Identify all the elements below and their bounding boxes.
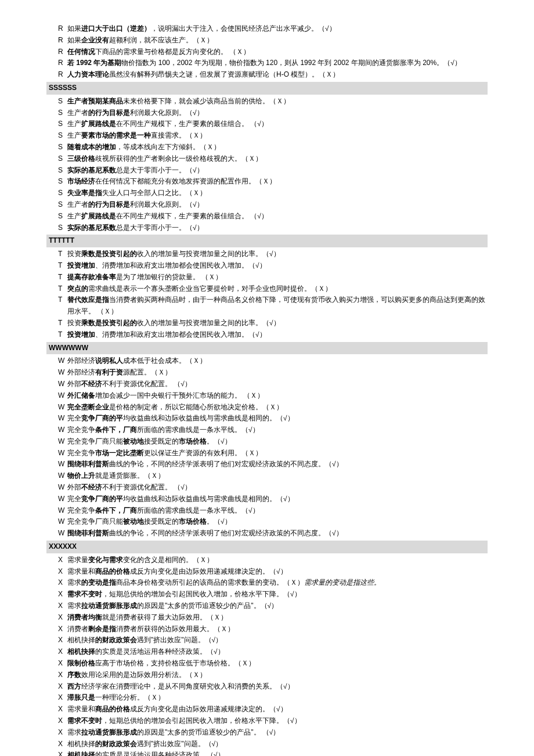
item-prefix: S [58, 153, 67, 165]
item-prefix: X [58, 669, 67, 681]
section-header: SSSSSS [46, 82, 488, 95]
list-item: W外部经济说明私人成本低于社会成本。（Ｘ） [46, 355, 488, 367]
list-item: X需求拉动通货膨胀形成的原因是"太多的货币追逐较少的产品"。（√） [46, 600, 488, 612]
item-prefix: S [58, 165, 67, 177]
list-item: W完全垄断企业是价格的制定者，所以它能随心所欲地决定价格。（Ｘ） [46, 402, 488, 413]
item-text: 市场经济在任何情况下都能充分有效地发挥资源的配置作用。（Ｘ） [67, 177, 276, 185]
item-text: 任何情况下商品的需求量与价格都是反方向变化的。 （Ｘ） [67, 48, 250, 56]
item-prefix: W [58, 528, 67, 539]
item-prefix: S [58, 107, 67, 119]
item-text: 需求不变时，短期总供给的增加会引起国民收入增加，价格水平下降。（√） [67, 717, 301, 725]
item-text: 序数效用论采用的是边际效用分析法。（Ｘ） [67, 671, 207, 679]
item-prefix: S [58, 118, 67, 130]
item-text: 投资增加、消费增加和政府支出增加都会使国民收入增加。（√） [67, 330, 266, 339]
item-text: 外汇储备增加会减少一国中央银行干预外汇市场的能力。 （Ｘ） [67, 391, 264, 399]
list-item: X需求的变动是指商品本身价格变动所引起的该商品的需求数量的变动。（Ｘ）需求量的变… [46, 577, 488, 589]
item-prefix: W [58, 379, 67, 390]
item-text: 生产者预期某商品未来价格要下降，就会减少该商品当前的供给。（Ｘ） [67, 97, 290, 105]
item-text: 随着成本的增加，等成本线向左下方倾斜。（Ｘ） [67, 143, 221, 151]
item-text: 突点的需求曲线是表示一个寡头垄断企业当它要提价时，对手企业也同时提价。（Ｘ） [67, 285, 332, 293]
document-content: R如果进口大于出口（逆差），说明漏出大于注入，会使国民经济总产出水平减少。（√）… [46, 23, 488, 756]
item-prefix: T [58, 272, 67, 283]
item-prefix: X [58, 727, 67, 739]
item-text: 相机抉择的财政政策会遇到"挤出效应"问题。（√） [67, 636, 222, 644]
item-text: 物价上升就是通货膨胀。（Ｘ） [67, 471, 165, 480]
item-prefix: W [58, 413, 67, 424]
item-prefix: S [58, 211, 67, 222]
item-text: 需求量变化与需求变化的含义是相同的。（Ｘ） [67, 556, 214, 564]
item-text: 需求拉动通货膨胀形成的原因是"太多的货币追逐较少的产品"。 （√） [67, 728, 280, 736]
item-prefix: W [58, 402, 67, 413]
item-prefix: W [58, 516, 67, 528]
item-text: 投资乘数是投资引起的收入的增加量与投资增加量之间的比率。（√） [67, 319, 280, 327]
item-prefix: T [58, 329, 67, 341]
item-text: 若 1992 年为基期物价指数为 100，2002 年为现期，物价指数为 120… [67, 59, 461, 67]
item-prefix: R [58, 57, 67, 69]
list-item: X需求拉动通货膨胀形成的原因是"太多的货币追逐较少的产品"。 （√） [46, 727, 488, 739]
item-prefix: S [58, 222, 67, 234]
list-item: X滞胀只是一种理论分析。（Ｘ） [46, 692, 488, 704]
item-text: 相机抉择的实质是灵活地运用各种经济政策。（√） [67, 751, 225, 756]
item-prefix: S [58, 142, 67, 153]
item-text: 需求拉动通货膨胀形成的原因是"太多的货币追逐较少的产品"。（√） [67, 602, 278, 610]
list-item: X相机抉择的实质是灵活地运用各种经济政策。（√） [46, 750, 488, 756]
item-text: 相机抉择的财政政策会遇到"挤出效应"问题。（√） [67, 740, 222, 748]
list-item: W外部经济有利于资源配置。（Ｘ） [46, 367, 488, 379]
item-text: 需求的变动是指商品本身价格变动所引起的该商品的需求数量的变动。（Ｘ）需求量的变动… [67, 578, 381, 586]
item-prefix: X [58, 646, 67, 658]
list-item: S生产者预期某商品未来价格要下降，就会减少该商品当前的供给。（Ｘ） [46, 96, 488, 107]
item-prefix: X [58, 704, 67, 715]
item-prefix: W [58, 505, 67, 517]
list-item: T投资增加、消费增加和政府支出增加都会使国民收入增加。（√） [46, 329, 488, 341]
section-header: TTTTTT [46, 235, 488, 247]
item-prefix: R [58, 23, 67, 35]
list-item: X需求不变时，短期总供给的增加会引起国民收入增加，价格水平下降。（√） [46, 715, 488, 727]
item-prefix: W [58, 390, 67, 402]
list-item: X限制价格应高于市场价格，支持价格应低于市场价格。（Ｘ） [46, 658, 488, 669]
list-item: T提高存款准备率是为了增加银行的贷款量。 （Ｘ） [46, 272, 488, 283]
list-item: W完全竞争市场一定比垄断更以保证生产资源的有效利用。（Ｘ） [46, 448, 488, 459]
item-text: 替代效应是指当消费者购买两种商品时，由于一种商品名义价格下降，可使现有货币收入购… [67, 296, 485, 315]
item-text: 完全竞争市场一定比垄断更以保证生产资源的有效利用。（Ｘ） [67, 449, 262, 457]
item-prefix: X [58, 658, 67, 669]
list-item: X相机抉择的财政政策会遇到"挤出效应"问题。（√） [46, 739, 488, 750]
item-prefix: W [58, 494, 67, 505]
item-prefix: W [58, 459, 67, 470]
section-header: WWWWWW [46, 342, 488, 355]
item-text: 需求不变时，短期总供给的增加会引起国民收入增加，价格水平下降。（√） [67, 590, 301, 598]
item-text: 投资增加、消费增加和政府支出增加都会使国民收入增加。（√） [67, 261, 266, 269]
list-item: S生产者的行为目标是利润最大化原则。（√） [46, 199, 488, 211]
item-prefix: X [58, 589, 67, 600]
item-prefix: X [58, 624, 67, 635]
list-item: S三级价格歧视所获得的生产者剩余比一级价格歧视的大。（Ｘ） [46, 153, 488, 165]
item-text: 生产者的行为目标是利润最大化原则。（√） [67, 109, 204, 117]
item-prefix: X [58, 692, 67, 704]
list-item: R人力资本理论虽然没有解释列昂惕夫之谜，但发展了资源禀赋理论（H-O 模型）。（… [46, 69, 488, 81]
list-item: W完全竞争厂商的平均收益曲线和边际收益曲线与需求曲线是相同的。（√） [46, 413, 488, 424]
item-text: 外部不经济不利于资源优化配置。 （√） [67, 483, 192, 491]
item-prefix: X [58, 750, 67, 756]
list-item: W完全竞争厂商的平均收益曲线和边际收益曲线与需求曲线是相同的。（√） [46, 494, 488, 505]
item-text: 生产扩展路线是在不同生产规模下，生产要素的最佳组合。 （√） [67, 120, 268, 128]
item-text: 失业率是指失业人口与全部人口之比。（Ｘ） [67, 189, 207, 197]
list-item: S随着成本的增加，等成本线向左下方倾斜。（Ｘ） [46, 142, 488, 153]
item-text: 生产者的行为目标是利润最大化原则。（√） [67, 200, 204, 208]
list-item: W外部不经济不利于资源优化配置。 （√） [46, 482, 488, 494]
list-item: R如果企业没有超额利润，就不应该生产。（Ｘ） [46, 35, 488, 46]
list-item: T投资增加、消费增加和政府支出增加都会使国民收入增加。（√） [46, 260, 488, 272]
item-prefix: S [58, 130, 67, 142]
item-text: 如果企业没有超额利润，就不应该生产。（Ｘ） [67, 36, 214, 44]
list-item: W完全竞争厂商只能被动地接受既定的市场价格。（√） [46, 516, 488, 528]
item-text: 完全竞争厂商的平均收益曲线和边际收益曲线与需求曲线是相同的。（√） [67, 414, 294, 422]
list-item: W完全竞争条件下，厂商所面临的需求曲线是一条水平线。（√） [46, 505, 488, 517]
item-text: 生产要素市场的需求是一种直接需求。（Ｘ） [67, 131, 207, 139]
item-text: 滞胀只是一种理论分析。（Ｘ） [67, 693, 165, 701]
item-text: 需求量和商品的价格成反方向变化是由边际效用递减规律决定的。（√） [67, 705, 287, 713]
list-item: W围绕菲利普斯曲线的争论，不同的经济学派表明了他们对宏观经济政策的不同态度。（√… [46, 528, 488, 539]
item-text: 实际的基尼系数总是大于零而小于一。（√） [67, 166, 204, 174]
list-item: S市场经济在任何情况下都能充分有效地发挥资源的配置作用。（Ｘ） [46, 176, 488, 188]
list-item: X需求量变化与需求变化的含义是相同的。（Ｘ） [46, 555, 488, 566]
list-item: X需求不变时，短期总供给的增加会引起国民收入增加，价格水平下降。（√） [46, 589, 488, 600]
item-text: 外部经济有利于资源配置。（Ｘ） [67, 368, 172, 376]
list-item: W物价上升就是通货膨胀。（Ｘ） [46, 470, 488, 482]
